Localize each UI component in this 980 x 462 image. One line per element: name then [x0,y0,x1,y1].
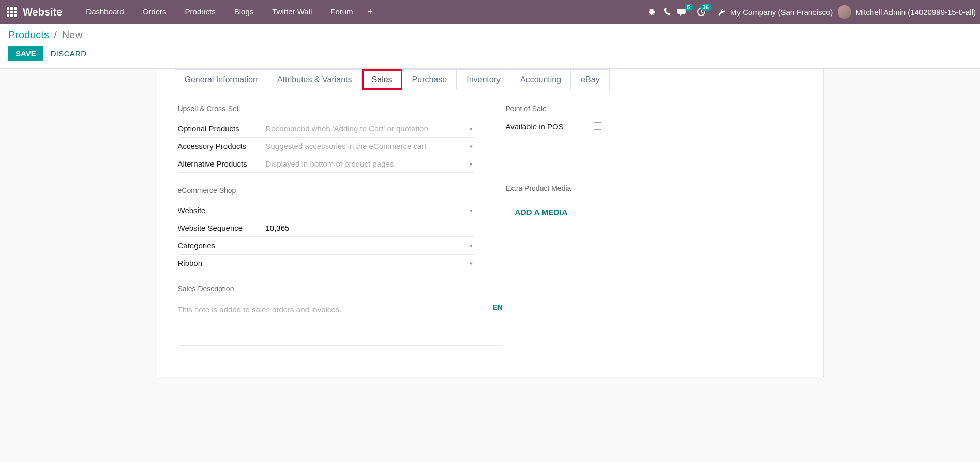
tab-accounting[interactable]: Accounting [510,69,571,90]
section-media-title: Extra Product Media [506,184,803,192]
user-menu[interactable]: Mitchell Admin (14020999-15-0-all) [838,5,976,19]
section-ecommerce-title: eCommerce Shop [178,186,475,195]
sales-description-input[interactable]: This note is added to sales orders and i… [178,300,503,346]
top-navbar: Website Dashboard Orders Products Blogs … [0,0,980,24]
tools-icon[interactable] [717,8,725,16]
available-in-pos-label: Available in POS [506,122,594,131]
apps-menu-icon[interactable] [4,5,19,19]
nav-forum[interactable]: Forum [321,0,362,24]
nav-add-icon[interactable]: + [363,0,379,24]
categories-input[interactable] [265,239,475,252]
alternative-products-input[interactable] [265,157,475,170]
website-input[interactable] [265,204,475,217]
tab-general-information[interactable]: General Information [175,69,267,90]
right-column: Point of Sale Available in POS Extra Pro… [506,105,803,272]
discard-button[interactable]: DISCARD [51,49,87,58]
add-media-button[interactable]: ADD A MEDIA [515,204,568,219]
section-pos-title: Point of Sale [506,105,803,113]
tab-inventory[interactable]: Inventory [457,69,510,90]
ribbon-input[interactable] [265,257,475,270]
nav-orders[interactable]: Orders [133,0,176,24]
tab-sales[interactable]: Sales [362,69,402,90]
website-sequence-label: Website Sequence [178,223,265,232]
avatar [838,5,851,19]
accessory-products-label: Accessory Products [178,142,265,151]
website-label: Website [178,206,265,215]
alternative-products-label: Alternative Products [178,159,265,168]
tab-ebay[interactable]: eBay [571,69,609,90]
activities-badge: 36 [700,4,712,11]
left-column: Upsell & Cross-Sell Optional Products ▾ … [178,105,475,272]
optional-products-input[interactable] [265,122,475,135]
company-selector[interactable]: My Company (San Francisco) [730,8,833,17]
nav-dashboard[interactable]: Dashboard [77,0,133,24]
nav-twitter-wall[interactable]: Twitter Wall [263,0,321,24]
nav-products[interactable]: Products [176,0,225,24]
sales-description-placeholder: This note is added to sales orders and i… [178,305,342,314]
bug-icon[interactable] [647,8,656,16]
tab-attributes-variants[interactable]: Attributes & Variants [267,69,362,90]
optional-products-label: Optional Products [178,124,265,133]
save-button[interactable]: SAVE [8,46,43,61]
accessory-products-input[interactable] [265,140,475,153]
tab-bar: General Information Attributes & Variant… [157,69,823,90]
user-name: Mitchell Admin (14020999-15-0-all) [855,8,976,17]
phone-icon[interactable] [663,8,670,16]
breadcrumb-current: New [62,29,83,40]
activities-icon[interactable]: 36 [697,8,705,16]
messages-icon[interactable]: 5 [677,8,687,16]
available-in-pos-checkbox[interactable] [594,122,601,130]
nav-blogs[interactable]: Blogs [225,0,263,24]
app-brand[interactable]: Website [23,6,62,18]
tab-purchase[interactable]: Purchase [402,69,457,90]
breadcrumb: Products / New [8,29,972,41]
website-sequence-input[interactable] [265,221,475,234]
ribbon-label: Ribbon [178,259,265,267]
section-upsell-title: Upsell & Cross-Sell [178,105,475,113]
control-panel: Products / New SAVE DISCARD [0,24,980,69]
breadcrumb-root[interactable]: Products [8,29,49,40]
nav-status-icons: 5 36 [647,8,725,16]
categories-label: Categories [178,241,265,250]
breadcrumb-separator: / [54,29,57,40]
messages-badge: 5 [685,4,693,11]
form-sheet: General Information Attributes & Variant… [157,69,824,377]
section-sales-description-title: Sales Description [178,285,503,293]
language-toggle[interactable]: EN [492,303,502,311]
nav-links: Dashboard Orders Products Blogs Twitter … [77,0,362,24]
